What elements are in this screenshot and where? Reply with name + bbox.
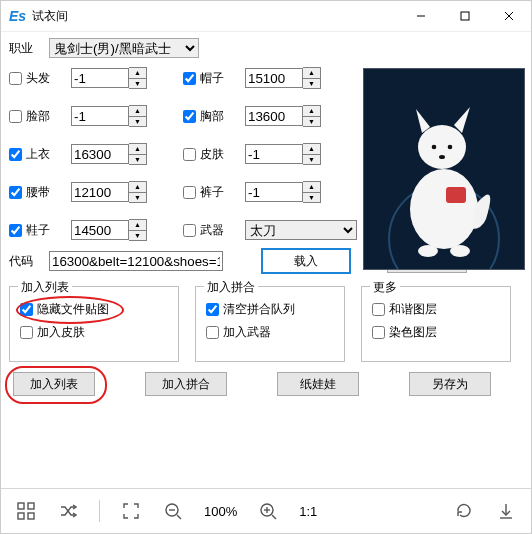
- coat-checkbox[interactable]: 上衣: [9, 146, 71, 163]
- hat-checkbox[interactable]: 帽子: [183, 70, 245, 87]
- svg-point-9: [448, 145, 453, 150]
- add-list-button[interactable]: 加入列表: [13, 372, 95, 396]
- window-title: 试衣间: [32, 8, 399, 25]
- paper-doll-button[interactable]: 纸娃娃: [277, 372, 359, 396]
- svg-rect-11: [446, 187, 466, 203]
- group-add-list: 加入列表 隐藏文件贴图 加入皮肤: [9, 286, 179, 362]
- zoom-in-icon[interactable]: [257, 500, 279, 522]
- class-select[interactable]: 鬼剑士(男)/黑暗武士: [49, 38, 199, 58]
- svg-rect-14: [18, 503, 24, 509]
- zoom-level: 100%: [204, 504, 237, 519]
- svg-rect-17: [28, 513, 34, 519]
- svg-rect-1: [461, 12, 469, 20]
- scale-ratio: 1:1: [299, 504, 317, 519]
- app-logo: Es: [9, 8, 26, 24]
- save-as-button[interactable]: 另存为: [409, 372, 491, 396]
- group-more: 更多 和谐图层 染色图层: [361, 286, 511, 362]
- fullscreen-icon[interactable]: [120, 500, 142, 522]
- pants-checkbox[interactable]: 裤子: [183, 184, 245, 201]
- close-button[interactable]: [487, 2, 531, 30]
- hair-input[interactable]: ▲▼: [71, 67, 149, 89]
- belt-input[interactable]: ▲▼: [71, 181, 149, 203]
- pants-input[interactable]: ▲▼: [245, 181, 323, 203]
- add-merge-button[interactable]: 加入拼合: [145, 372, 227, 396]
- group-merge: 加入拼合 清空拼合队列 加入武器: [195, 286, 345, 362]
- svg-point-13: [450, 245, 470, 257]
- belt-checkbox[interactable]: 腰带: [9, 184, 71, 201]
- svg-line-20: [177, 515, 181, 519]
- download-icon[interactable]: [495, 500, 517, 522]
- shoes-input[interactable]: ▲▼: [71, 219, 149, 241]
- load-button[interactable]: 载入: [261, 248, 351, 274]
- hat-input[interactable]: ▲▼: [245, 67, 323, 89]
- svg-rect-16: [18, 513, 24, 519]
- code-label: 代码: [9, 253, 49, 270]
- svg-point-6: [410, 169, 478, 249]
- group-add-list-title: 加入列表: [18, 279, 72, 296]
- svg-line-24: [272, 515, 276, 519]
- opt-harmony-layer[interactable]: 和谐图层: [372, 301, 500, 318]
- svg-rect-15: [28, 503, 34, 509]
- weapon-checkbox[interactable]: 武器: [183, 222, 245, 239]
- group-more-title: 更多: [370, 279, 400, 296]
- svg-point-12: [418, 245, 438, 257]
- coat-input[interactable]: ▲▼: [71, 143, 149, 165]
- skin-input[interactable]: ▲▼: [245, 143, 323, 165]
- svg-point-8: [432, 145, 437, 150]
- face-input[interactable]: ▲▼: [71, 105, 149, 127]
- face-checkbox[interactable]: 脸部: [9, 108, 71, 125]
- shoes-checkbox[interactable]: 鞋子: [9, 222, 71, 239]
- shuffle-icon[interactable]: [57, 500, 79, 522]
- grid-view-icon[interactable]: [15, 500, 37, 522]
- opt-hide-file-img[interactable]: 隐藏文件贴图: [20, 301, 168, 318]
- opt-add-skin[interactable]: 加入皮肤: [20, 324, 168, 341]
- svg-point-10: [439, 155, 445, 159]
- minimize-button[interactable]: [399, 2, 443, 30]
- zoom-out-icon[interactable]: [162, 500, 184, 522]
- refresh-icon[interactable]: [453, 500, 475, 522]
- chest-input[interactable]: ▲▼: [245, 105, 323, 127]
- code-input[interactable]: [49, 251, 223, 271]
- class-label: 职业: [9, 40, 49, 57]
- opt-dye-layer[interactable]: 染色图层: [372, 324, 500, 341]
- maximize-button[interactable]: [443, 2, 487, 30]
- hair-checkbox[interactable]: 头发: [9, 70, 71, 87]
- weapon-type-select[interactable]: 太刀: [245, 220, 357, 240]
- chest-checkbox[interactable]: 胸部: [183, 108, 245, 125]
- skin-checkbox[interactable]: 皮肤: [183, 146, 245, 163]
- svg-point-7: [418, 125, 466, 169]
- opt-add-weapon[interactable]: 加入武器: [206, 324, 334, 341]
- group-merge-title: 加入拼合: [204, 279, 258, 296]
- opt-clear-merge-queue[interactable]: 清空拼合队列: [206, 301, 334, 318]
- character-preview: [363, 68, 525, 270]
